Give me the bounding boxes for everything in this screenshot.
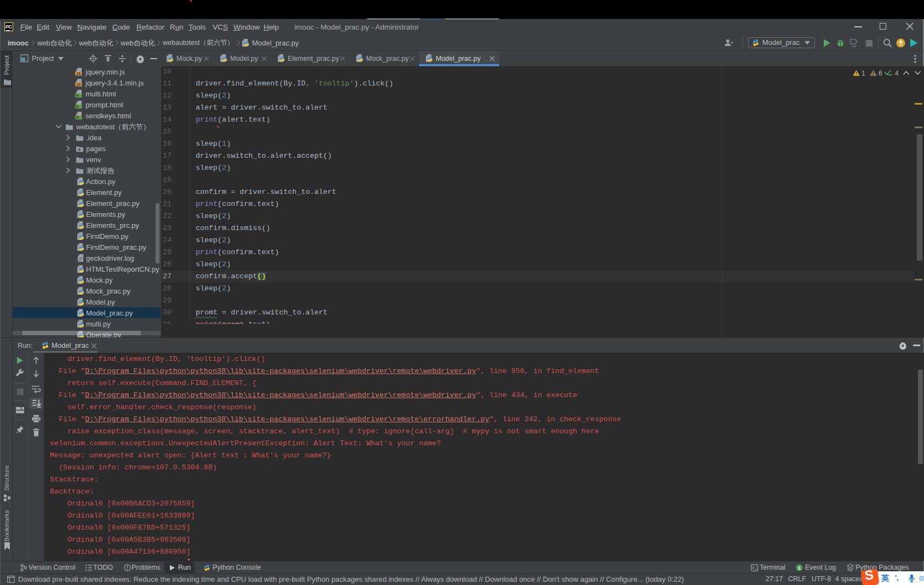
svg-text:H: H <box>76 94 79 97</box>
svg-text:H: H <box>76 116 79 119</box>
svg-text:JS: JS <box>76 72 81 76</box>
svg-text:JS: JS <box>76 83 81 87</box>
svg-text:H: H <box>76 105 79 108</box>
svg-text:1: 1 <box>798 565 801 571</box>
